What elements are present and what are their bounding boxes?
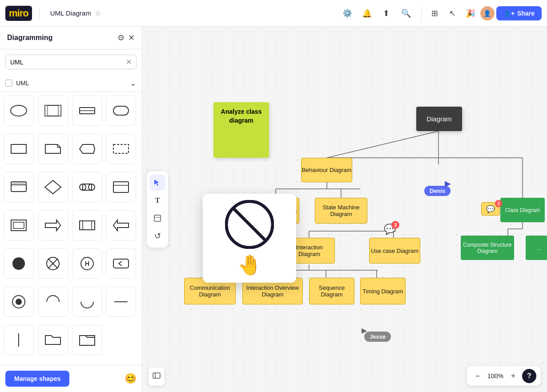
shape-target-circle[interactable] (4, 287, 34, 317)
shape-line-h[interactable] (106, 287, 136, 317)
shape-return-arrow[interactable] (106, 210, 136, 240)
user-avatar[interactable]: 👤 (480, 6, 495, 20)
canvas[interactable]: T ↺ (142, 27, 547, 392)
svg-rect-65 (153, 373, 160, 378)
shape-outer-screen[interactable] (4, 210, 34, 240)
filter-icon[interactable]: ⚙ (117, 33, 125, 43)
diagram-title: UML Diagram (50, 9, 91, 17)
svg-rect-22 (80, 221, 95, 230)
draggable-card[interactable]: 🤚 (203, 194, 296, 283)
shape-folder2[interactable] (72, 325, 102, 355)
zoom-out-button[interactable]: − (471, 370, 484, 382)
svg-rect-10 (113, 144, 129, 153)
shape-half-circle[interactable] (38, 287, 68, 317)
shape-rect[interactable] (4, 134, 34, 164)
emoji-button[interactable]: 😊 (125, 373, 137, 384)
bottom-bar: − 100% + ? (467, 366, 541, 386)
svg-rect-12 (11, 182, 26, 185)
text-tool[interactable]: T (149, 192, 165, 208)
shape-line-v[interactable] (4, 325, 34, 355)
shape-ellipse[interactable] (4, 96, 34, 126)
svg-rect-32 (113, 259, 129, 268)
class-diagram-box[interactable]: Class Diagram (500, 198, 545, 222)
jesse-label: Jesse (364, 332, 391, 342)
settings-icon[interactable]: ⚙️ (339, 5, 355, 21)
expand-icon[interactable]: ⌄ (130, 78, 137, 88)
uml-filter-label[interactable]: UML (5, 80, 29, 87)
sidebar-footer: Manage shapes 😊 (0, 365, 142, 392)
zoom-in-button[interactable]: + (507, 370, 519, 382)
shape-rounded-rect[interactable] (106, 96, 136, 126)
select-tool[interactable] (149, 175, 165, 191)
svg-marker-8 (45, 144, 60, 153)
search-icon[interactable]: 🔍 (398, 5, 414, 21)
shape-arrow-right[interactable] (38, 210, 68, 240)
star-icon[interactable]: ☆ (95, 9, 101, 17)
shape-wide-rect[interactable] (72, 96, 102, 126)
svg-marker-25 (113, 220, 129, 231)
shape-x-circle[interactable] (38, 248, 68, 279)
svg-point-0 (11, 105, 27, 116)
search-bar: ✕ (5, 55, 137, 69)
shape-process[interactable] (72, 210, 102, 240)
svg-point-34 (16, 299, 22, 305)
confetti-icon[interactable]: 🎉 (463, 5, 479, 21)
svg-rect-2 (45, 105, 48, 116)
behaviour-diagram-box[interactable]: Behaviour Diagram (301, 158, 352, 182)
shapes-grid: H (0, 92, 142, 365)
shape-display[interactable] (72, 134, 102, 164)
shape-h-circle[interactable]: H (72, 248, 102, 279)
timing-diagram-box[interactable]: Timing Diagram (360, 278, 406, 304)
notification-icon[interactable]: 🔔 (359, 5, 375, 21)
close-icon[interactable]: ✕ (128, 33, 135, 43)
svg-line-41 (327, 131, 438, 158)
shape-frame[interactable] (38, 96, 68, 126)
sequence-diagram-box[interactable]: Sequence Diagram (309, 278, 354, 304)
add-apps-icon[interactable]: ⊞ (427, 5, 443, 21)
search-input[interactable] (10, 59, 122, 66)
shape-arrow-left-box[interactable] (106, 248, 136, 279)
shape-filled-circle[interactable] (4, 248, 34, 279)
forbidden-icon (225, 200, 274, 249)
shape-corner-rect[interactable] (106, 172, 136, 202)
help-button[interactable]: ? (522, 369, 536, 383)
use-case-diagram-box[interactable]: Use case Diagram (369, 238, 420, 264)
sticky-note-tool[interactable] (149, 210, 165, 226)
shape-folder[interactable] (38, 325, 68, 355)
composite-diagram-box[interactable]: Composite Structure Diagram (461, 236, 514, 260)
shape-note[interactable] (38, 134, 68, 164)
upload-icon[interactable]: ⬆ (378, 5, 394, 21)
svg-rect-20 (13, 222, 24, 228)
svg-rect-7 (11, 144, 26, 153)
shape-stadium[interactable] (72, 172, 102, 202)
left-toolbar: T ↺ (147, 171, 168, 248)
svg-marker-13 (45, 180, 61, 194)
sidebar-toggle-button[interactable] (149, 368, 165, 386)
miro-logo: miro (5, 6, 32, 21)
diagram-root-box[interactable]: Diagram (416, 107, 462, 131)
extra-diagram-box[interactable]: ... (526, 236, 547, 260)
svg-text:H: H (84, 260, 89, 267)
main-area: Diagramming ⚙ ✕ ✕ UML ⌄ (0, 27, 547, 392)
shape-arc[interactable] (72, 287, 102, 317)
svg-marker-21 (45, 220, 60, 231)
svg-rect-14 (83, 184, 92, 190)
state-machine-diagram-box[interactable]: State Machine Diagram (315, 198, 367, 224)
uml-checkbox[interactable] (5, 80, 12, 87)
shape-screen[interactable] (4, 172, 34, 202)
undo-tool[interactable]: ↺ (149, 228, 165, 244)
svg-marker-9 (80, 144, 95, 153)
svg-line-64 (233, 208, 266, 241)
class-diagram-annotation[interactable]: 💬 3 (481, 202, 500, 216)
shape-diamond[interactable] (38, 172, 68, 202)
bottom-left-bar (149, 368, 165, 386)
chat-badge-1[interactable]: 💬 3 (384, 224, 396, 235)
cursor-icon[interactable]: ↖ (445, 5, 461, 21)
svg-rect-6 (113, 106, 129, 115)
search-clear-icon[interactable]: ✕ (126, 58, 132, 66)
manage-shapes-button[interactable]: Manage shapes (5, 371, 69, 387)
share-button[interactable]: 👤+ Share (496, 6, 542, 20)
shape-dashed-rect[interactable] (106, 134, 136, 164)
denis-cursor-arrow: ▶ (445, 179, 451, 188)
sticky-note[interactable]: Analyze class diagram (213, 102, 269, 158)
